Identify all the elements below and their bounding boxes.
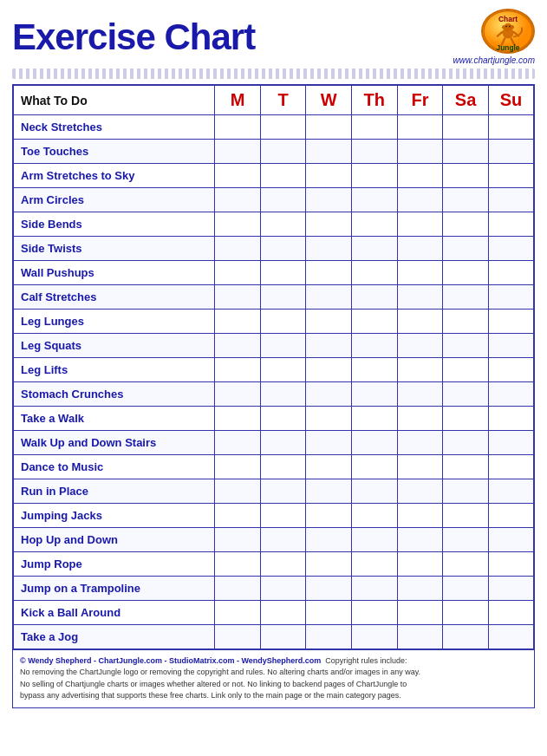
- cell-19-sa[interactable]: [443, 577, 489, 601]
- cell-20-su[interactable]: [488, 601, 534, 625]
- cell-4-su[interactable]: [488, 212, 534, 237]
- cell-13-fr[interactable]: [397, 431, 443, 455]
- cell-14-fr[interactable]: [397, 455, 443, 479]
- cell-1-t[interactable]: [260, 140, 306, 164]
- cell-8-fr[interactable]: [397, 310, 443, 334]
- cell-15-sa[interactable]: [443, 479, 489, 504]
- cell-8-m[interactable]: [215, 310, 261, 334]
- cell-0-su[interactable]: [488, 115, 534, 140]
- cell-20-w[interactable]: [306, 601, 352, 625]
- cell-4-th[interactable]: [352, 212, 398, 237]
- cell-5-sa[interactable]: [443, 237, 489, 261]
- cell-0-m[interactable]: [215, 115, 261, 140]
- cell-0-sa[interactable]: [443, 115, 489, 140]
- cell-16-m[interactable]: [215, 504, 261, 528]
- cell-18-m[interactable]: [215, 552, 261, 577]
- cell-8-w[interactable]: [306, 310, 352, 334]
- cell-0-t[interactable]: [260, 115, 306, 140]
- cell-4-sa[interactable]: [443, 212, 489, 237]
- cell-9-th[interactable]: [352, 334, 398, 358]
- cell-20-th[interactable]: [352, 601, 398, 625]
- cell-7-t[interactable]: [260, 285, 306, 310]
- cell-5-m[interactable]: [215, 237, 261, 261]
- cell-8-th[interactable]: [352, 310, 398, 334]
- cell-17-w[interactable]: [306, 528, 352, 552]
- cell-9-t[interactable]: [260, 334, 306, 358]
- cell-1-fr[interactable]: [397, 140, 443, 164]
- cell-15-w[interactable]: [306, 479, 352, 504]
- cell-2-fr[interactable]: [397, 164, 443, 188]
- cell-15-m[interactable]: [215, 479, 261, 504]
- cell-10-sa[interactable]: [443, 358, 489, 382]
- cell-18-fr[interactable]: [397, 552, 443, 577]
- cell-11-th[interactable]: [352, 382, 398, 407]
- cell-21-sa[interactable]: [443, 625, 489, 649]
- cell-17-th[interactable]: [352, 528, 398, 552]
- cell-21-t[interactable]: [260, 625, 306, 649]
- cell-1-m[interactable]: [215, 140, 261, 164]
- cell-5-t[interactable]: [260, 237, 306, 261]
- cell-9-w[interactable]: [306, 334, 352, 358]
- cell-5-su[interactable]: [488, 237, 534, 261]
- cell-3-fr[interactable]: [397, 188, 443, 212]
- cell-14-th[interactable]: [352, 455, 398, 479]
- cell-7-fr[interactable]: [397, 285, 443, 310]
- cell-13-sa[interactable]: [443, 431, 489, 455]
- cell-17-sa[interactable]: [443, 528, 489, 552]
- cell-20-m[interactable]: [215, 601, 261, 625]
- cell-12-th[interactable]: [352, 407, 398, 431]
- cell-13-t[interactable]: [260, 431, 306, 455]
- cell-6-m[interactable]: [215, 261, 261, 285]
- cell-6-th[interactable]: [352, 261, 398, 285]
- cell-21-th[interactable]: [352, 625, 398, 649]
- cell-20-sa[interactable]: [443, 601, 489, 625]
- cell-12-w[interactable]: [306, 407, 352, 431]
- cell-13-m[interactable]: [215, 431, 261, 455]
- cell-0-w[interactable]: [306, 115, 352, 140]
- cell-5-fr[interactable]: [397, 237, 443, 261]
- cell-2-m[interactable]: [215, 164, 261, 188]
- cell-10-t[interactable]: [260, 358, 306, 382]
- cell-4-fr[interactable]: [397, 212, 443, 237]
- cell-10-su[interactable]: [488, 358, 534, 382]
- cell-9-su[interactable]: [488, 334, 534, 358]
- cell-6-w[interactable]: [306, 261, 352, 285]
- cell-7-m[interactable]: [215, 285, 261, 310]
- cell-11-su[interactable]: [488, 382, 534, 407]
- cell-6-su[interactable]: [488, 261, 534, 285]
- cell-16-w[interactable]: [306, 504, 352, 528]
- cell-2-t[interactable]: [260, 164, 306, 188]
- cell-5-w[interactable]: [306, 237, 352, 261]
- cell-12-m[interactable]: [215, 407, 261, 431]
- cell-10-th[interactable]: [352, 358, 398, 382]
- cell-16-t[interactable]: [260, 504, 306, 528]
- cell-17-fr[interactable]: [397, 528, 443, 552]
- cell-2-th[interactable]: [352, 164, 398, 188]
- cell-11-sa[interactable]: [443, 382, 489, 407]
- cell-14-su[interactable]: [488, 455, 534, 479]
- cell-11-w[interactable]: [306, 382, 352, 407]
- cell-0-th[interactable]: [352, 115, 398, 140]
- cell-4-m[interactable]: [215, 212, 261, 237]
- cell-15-t[interactable]: [260, 479, 306, 504]
- cell-19-m[interactable]: [215, 577, 261, 601]
- cell-20-fr[interactable]: [397, 601, 443, 625]
- cell-14-t[interactable]: [260, 455, 306, 479]
- cell-21-fr[interactable]: [397, 625, 443, 649]
- cell-19-w[interactable]: [306, 577, 352, 601]
- cell-3-sa[interactable]: [443, 188, 489, 212]
- cell-12-fr[interactable]: [397, 407, 443, 431]
- cell-8-su[interactable]: [488, 310, 534, 334]
- cell-7-w[interactable]: [306, 285, 352, 310]
- cell-18-sa[interactable]: [443, 552, 489, 577]
- cell-6-sa[interactable]: [443, 261, 489, 285]
- cell-17-su[interactable]: [488, 528, 534, 552]
- cell-8-sa[interactable]: [443, 310, 489, 334]
- cell-19-su[interactable]: [488, 577, 534, 601]
- cell-2-sa[interactable]: [443, 164, 489, 188]
- cell-18-su[interactable]: [488, 552, 534, 577]
- cell-4-w[interactable]: [306, 212, 352, 237]
- cell-12-t[interactable]: [260, 407, 306, 431]
- cell-20-t[interactable]: [260, 601, 306, 625]
- cell-9-m[interactable]: [215, 334, 261, 358]
